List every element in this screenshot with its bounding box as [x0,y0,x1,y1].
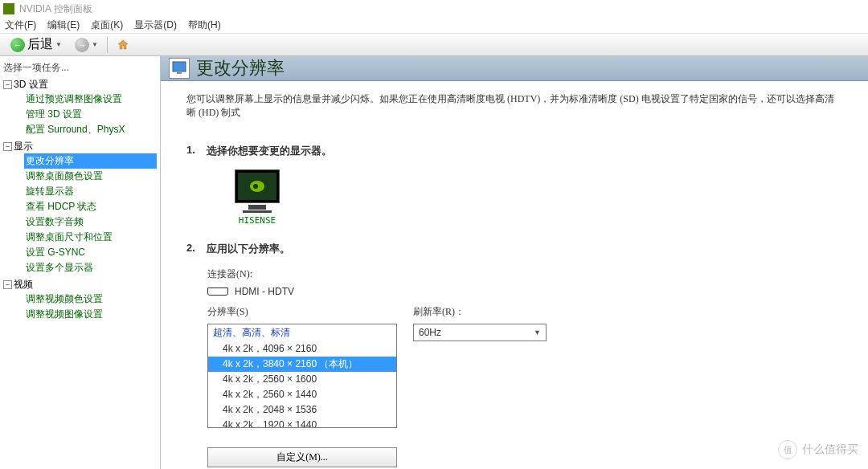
tree-category-display[interactable]: −显示 [3,140,157,153]
back-dropdown-icon[interactable]: ▼ [55,41,62,48]
tree-category-video[interactable]: −视频 [3,278,157,292]
resolution-option[interactable]: 4k x 2k，2048 × 1536 [208,402,396,418]
tree-item[interactable]: 调整视频颜色设置 [24,292,157,307]
app-icon [3,3,14,14]
collapse-icon[interactable]: − [3,142,12,151]
step-2: 2. 应用以下分辨率。 [186,242,842,256]
resolution-option[interactable]: 4k x 2k，2560 × 1440 [208,387,396,402]
tree-item[interactable]: 旋转显示器 [24,184,157,199]
collapse-icon[interactable]: − [3,80,12,89]
home-button[interactable] [113,36,133,54]
resolution-option[interactable]: 4k x 2k，3840 × 2160 （本机） [208,357,396,372]
nav-tree: −3D 设置 通过预览调整图像设置管理 3D 设置配置 Surround、Phy… [3,78,157,322]
back-button[interactable]: ← 后退 ▼ [6,34,66,55]
tree-item[interactable]: 配置 Surround、PhysX [24,122,157,137]
connector-label: 连接器(N): [207,267,842,281]
window-title: NVIDIA 控制面板 [19,2,92,16]
resolution-option[interactable]: 4k x 2k，2560 × 1600 [208,372,396,387]
svg-rect-0 [173,62,186,71]
forward-dropdown-icon[interactable]: ▼ [92,41,98,48]
refresh-label: 刷新率(R)： [413,305,547,319]
forward-button[interactable]: → ▼ [71,35,102,55]
connector-value: HDMI - HDTV [235,286,294,297]
dropdown-icon: ▼ [534,328,541,336]
tree-category-3d[interactable]: −3D 设置 [3,78,157,92]
tree-item[interactable]: 通过预览调整图像设置 [24,92,157,107]
description-text: 您可以调整屏幕上显示的信息量并减少闪烁。如果您正在使用高清晰度电视 (HDTV)… [186,92,842,120]
refresh-select[interactable]: 60Hz ▼ [413,324,547,341]
custom-button[interactable]: 自定义(M)... [207,447,397,467]
tree-item[interactable]: 调整桌面尺寸和位置 [24,230,157,245]
tree-item[interactable]: 查看 HDCP 状态 [24,199,157,214]
tree-item[interactable]: 设置 G-SYNC [24,245,157,260]
menu-edit[interactable]: 编辑(E) [47,18,80,32]
resolution-option[interactable]: 4k x 2k，4096 × 2160 [208,341,396,357]
sidebar: 选择一项任务... −3D 设置 通过预览调整图像设置管理 3D 设置配置 Su… [0,56,161,469]
menu-display[interactable]: 显示器(D) [134,18,177,32]
step-1: 1. 选择你想要变更的显示器。 [186,144,842,158]
tree-item[interactable]: 设置数字音频 [24,214,157,230]
resolution-group: 超清、高清、标清 [208,324,396,341]
svg-point-2 [253,184,258,189]
collapse-icon[interactable]: − [3,280,12,289]
home-icon [117,39,129,51]
menu-desktop[interactable]: 桌面(K) [91,18,123,32]
back-label: 后退 [27,36,53,53]
menu-help[interactable]: 帮助(H) [188,18,221,32]
resolution-option[interactable]: 4k x 2k，1920 × 1440 [208,418,396,428]
hdmi-icon [207,288,228,296]
tree-item[interactable]: 设置多个显示器 [24,260,157,275]
tree-item[interactable]: 更改分辨率 [24,153,157,169]
task-label: 选择一项任务... [3,61,157,75]
monitor-label: HISENSE [231,215,283,226]
header-icon [169,58,190,79]
tree-item[interactable]: 调整桌面颜色设置 [24,169,157,184]
resolution-listbox[interactable]: 超清、高清、标清 4k x 2k，4096 × 21604k x 2k，3840… [207,324,397,428]
page-title: 更改分辨率 [196,56,285,80]
tree-item[interactable]: 管理 3D 设置 [24,107,157,122]
content-header: 更改分辨率 [161,56,868,81]
forward-icon: → [75,38,89,52]
back-icon: ← [10,38,25,52]
nvidia-logo-icon [247,178,268,194]
svg-rect-1 [177,72,182,74]
monitor-selector[interactable]: HISENSE [231,169,283,226]
toolbar-separator [107,37,108,53]
menu-file[interactable]: 文件(F) [5,18,36,32]
resolution-label: 分辨率(S) [207,305,397,319]
watermark: 值 什么值得买 [778,440,858,459]
tree-item[interactable]: 调整视频图像设置 [24,307,157,322]
